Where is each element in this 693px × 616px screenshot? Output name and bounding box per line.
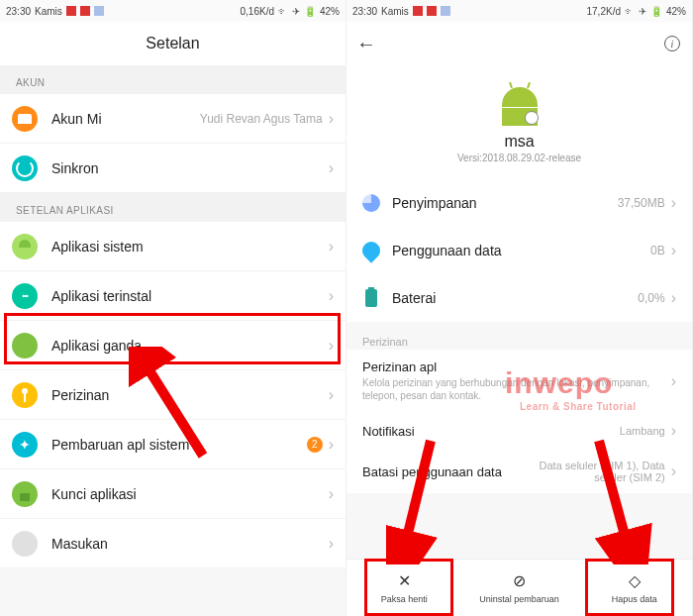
action-paksa-henti[interactable]: ✕ Paksa henti — [346, 560, 461, 616]
row-aplikasi-terinstal[interactable]: Aplikasi terinstal › — [0, 271, 346, 321]
status-batt: 42% — [666, 6, 686, 17]
status-speed: 17,2K/d — [587, 6, 621, 17]
app-icon — [497, 81, 543, 127]
phone-left-settings: 23:30 Kamis 0,16K/d ᯤ ✈ 🔋 42% Setelan AK… — [0, 0, 346, 616]
data-usage-icon — [358, 238, 383, 262]
battery-row-icon — [365, 289, 377, 307]
notif-icon — [66, 6, 76, 16]
close-icon: ✕ — [398, 571, 411, 590]
mi-account-icon — [12, 106, 38, 132]
dual-apps-icon — [12, 333, 38, 359]
app-name: msa — [346, 133, 692, 151]
chevron-right-icon: › — [329, 386, 334, 404]
status-time: 23:30 — [6, 6, 31, 17]
row-penyimpanan[interactable]: Penyimpanan 37,50MB › — [346, 179, 692, 227]
erase-icon: ◇ — [629, 571, 641, 590]
section-header-perizinan: Perizinan — [346, 322, 692, 350]
storage-icon — [362, 194, 380, 212]
action-uninstal-pembaruan[interactable]: ⊘ Uninstal pembaruan — [461, 560, 576, 616]
notif-icon — [80, 6, 90, 16]
installed-apps-icon — [12, 283, 38, 309]
chevron-right-icon: › — [671, 289, 676, 307]
row-aplikasi-sistem[interactable]: Aplikasi sistem › — [0, 222, 346, 271]
notif-icon — [94, 6, 104, 16]
row-aplikasi-ganda[interactable]: Aplikasi ganda › — [0, 321, 346, 370]
row-masukan[interactable]: Masukan › — [0, 519, 346, 568]
wifi-icon: ᯤ — [278, 6, 288, 17]
chevron-right-icon: › — [671, 462, 676, 480]
row-pembaruan-apl[interactable]: Pembaruan apl sistem 2 › — [0, 420, 346, 469]
permissions-icon — [12, 382, 38, 408]
watermark: inwepo — [505, 366, 613, 400]
chevron-right-icon: › — [329, 287, 334, 305]
updater-icon — [12, 432, 38, 458]
chevron-right-icon: › — [329, 238, 334, 256]
update-badge: 2 — [307, 437, 323, 453]
chevron-right-icon: › — [329, 110, 334, 128]
row-sinkron[interactable]: Sinkron › — [0, 144, 346, 193]
bottom-action-bar: ✕ Paksa henti ⊘ Uninstal pembaruan ◇ Hap… — [346, 559, 692, 616]
app-version: Versi:2018.08.29.02-release — [346, 153, 692, 163]
status-day: Kamis — [35, 6, 62, 17]
notif-icon — [427, 6, 437, 16]
chevron-right-icon: › — [671, 194, 676, 212]
notif-icon — [413, 6, 423, 16]
chevron-right-icon: › — [671, 422, 676, 440]
lock-icon — [12, 481, 38, 507]
feedback-icon — [12, 531, 38, 557]
status-time: 23:30 — [352, 6, 377, 17]
action-hapus-data[interactable]: ◇ Hapus data — [577, 560, 692, 616]
page-title: Setelan — [0, 22, 346, 65]
row-perizinan[interactable]: Perizinan › — [0, 370, 346, 420]
row-akun-mi[interactable]: Akun Mi Yudi Revan Agus Tama › — [0, 94, 346, 144]
info-button[interactable]: i — [664, 36, 680, 51]
sync-icon — [12, 155, 38, 181]
status-day: Kamis — [381, 6, 409, 17]
chevron-right-icon: › — [329, 485, 334, 503]
back-button[interactable]: ← — [356, 33, 376, 55]
phone-right-app-info: 23:30 Kamis 17,2K/d ᯤ ✈ 🔋 42% ← i msa Ve… — [346, 0, 693, 616]
row-penggunaan-data[interactable]: Penggunaan data 0B › — [346, 227, 692, 274]
statusbar: 23:30 Kamis 0,16K/d ᯤ ✈ 🔋 42% — [0, 0, 346, 22]
watermark-sub: Learn & Share Tutorial — [520, 401, 637, 412]
statusbar: 23:30 Kamis 17,2K/d ᯤ ✈ 🔋 42% — [346, 0, 692, 22]
airplane-icon: ✈ — [639, 6, 646, 17]
chevron-right-icon: › — [671, 372, 676, 390]
notif-icon — [441, 6, 450, 16]
titlebar: ← i — [346, 22, 692, 65]
chevron-right-icon: › — [329, 535, 334, 553]
chevron-right-icon: › — [329, 337, 334, 355]
chevron-right-icon: › — [671, 242, 676, 259]
row-notifikasi[interactable]: Notifikasi Lambang › — [346, 412, 692, 450]
row-baterai[interactable]: Baterai 0,0% › — [346, 274, 692, 322]
chevron-right-icon: › — [329, 159, 334, 177]
app-header: msa Versi:2018.08.29.02-release — [346, 65, 692, 179]
android-icon — [12, 234, 38, 259]
section-header-apps: SETELAN APLIKASI — [0, 193, 346, 222]
row-batasi-data[interactable]: Batasi penggunaan data Data seluler (SIM… — [346, 450, 692, 493]
status-batt: 42% — [320, 6, 340, 17]
battery-icon: 🔋 — [650, 6, 662, 17]
status-speed: 0,16K/d — [241, 6, 274, 17]
wifi-icon: ᯤ — [625, 6, 635, 17]
prohibit-icon: ⊘ — [513, 571, 526, 590]
row-kunci-aplikasi[interactable]: Kunci aplikasi › — [0, 469, 346, 519]
battery-icon: 🔋 — [304, 6, 316, 17]
airplane-icon: ✈ — [292, 6, 300, 17]
chevron-right-icon: › — [329, 436, 334, 454]
section-header-akun: AKUN — [0, 65, 346, 94]
